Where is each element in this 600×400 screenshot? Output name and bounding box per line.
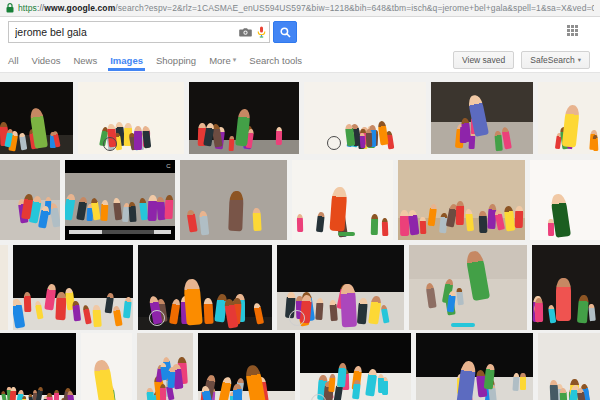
image-result[interactable] xyxy=(300,333,411,400)
wheelchair-figure xyxy=(289,310,305,326)
wheelchair-figure xyxy=(311,394,326,400)
url-text: https://www.google.com/search?espv=2&rlz… xyxy=(18,3,594,13)
image-result[interactable] xyxy=(416,333,533,400)
tab-all-label: All xyxy=(8,55,19,66)
safesearch-label: SafeSearch xyxy=(530,55,574,65)
image-result[interactable] xyxy=(138,245,272,330)
image-result[interactable] xyxy=(180,160,287,240)
wheelchair-figure xyxy=(103,137,117,151)
tab-search-tools-label: Search tools xyxy=(249,55,302,66)
wheelchair-figure xyxy=(149,310,165,326)
search-input[interactable] xyxy=(9,26,237,38)
image-result[interactable] xyxy=(538,333,600,400)
image-result[interactable] xyxy=(277,245,404,330)
image-result[interactable] xyxy=(0,245,8,330)
safesearch-button[interactable]: SafeSearch▾ xyxy=(521,51,590,69)
image-result[interactable] xyxy=(0,160,60,240)
image-result[interactable] xyxy=(532,245,600,330)
image-result[interactable] xyxy=(189,82,299,154)
image-result[interactable] xyxy=(198,333,295,400)
results-row xyxy=(0,333,600,400)
tab-news[interactable]: News xyxy=(73,48,97,72)
lock-icon xyxy=(6,3,14,13)
browser-url-bar[interactable]: https://www.google.com/search?espv=2&rlz… xyxy=(0,0,600,17)
search-icon xyxy=(280,27,291,38)
tab-shopping-label: Shopping xyxy=(156,55,196,66)
image-result[interactable] xyxy=(409,245,527,330)
tabs-right-actions: View saved SafeSearch▾ xyxy=(453,51,590,69)
tab-images[interactable]: Images xyxy=(110,48,143,72)
microphone-icon[interactable] xyxy=(253,26,269,38)
tab-shopping[interactable]: Shopping xyxy=(156,48,196,72)
results-row xyxy=(0,245,600,330)
apps-grid-icon[interactable] xyxy=(567,25,578,36)
image-result[interactable] xyxy=(137,333,193,400)
url-host: www.google.com xyxy=(44,3,115,13)
tab-search-tools[interactable]: Search tools xyxy=(249,48,302,72)
image-result[interactable] xyxy=(81,333,132,400)
results-row xyxy=(0,82,600,154)
chevron-down-icon: ▾ xyxy=(233,56,237,64)
search-button[interactable] xyxy=(273,21,297,43)
view-saved-button[interactable]: View saved xyxy=(453,51,514,69)
tab-more[interactable]: More▾ xyxy=(209,48,236,72)
search-box[interactable] xyxy=(8,21,270,43)
image-result[interactable] xyxy=(530,160,600,240)
results-mosaic: C xyxy=(0,73,600,400)
image-result[interactable] xyxy=(398,160,525,240)
image-result[interactable] xyxy=(538,82,600,154)
image-result[interactable] xyxy=(13,245,133,330)
results-tabs-bar: All Videos News Images Shopping More▾ Se… xyxy=(0,48,600,73)
tab-videos-label: Videos xyxy=(32,55,61,66)
image-result[interactable] xyxy=(431,82,533,154)
camera-icon[interactable] xyxy=(237,27,253,37)
tab-videos[interactable]: Videos xyxy=(32,48,61,72)
image-result[interactable] xyxy=(292,160,393,240)
tab-all[interactable]: All xyxy=(8,48,19,72)
image-result[interactable] xyxy=(304,82,426,154)
image-result[interactable]: C xyxy=(65,160,175,240)
tab-more-label: More xyxy=(209,55,231,66)
image-result[interactable] xyxy=(0,333,76,400)
search-header xyxy=(0,17,600,48)
image-result[interactable] xyxy=(0,82,73,154)
results-row: C xyxy=(0,160,600,240)
view-saved-label: View saved xyxy=(462,55,505,65)
tab-news-label: News xyxy=(73,55,97,66)
video-badge: C xyxy=(166,163,170,169)
url-scheme: https xyxy=(18,3,37,13)
url-path: /search?espv=2&rlz=1CASMAE_enUS594US597&… xyxy=(115,3,594,13)
tab-images-label: Images xyxy=(110,55,143,66)
image-result[interactable] xyxy=(78,82,184,154)
wheelchair-figure xyxy=(327,136,341,150)
chevron-down-icon: ▾ xyxy=(578,56,581,64)
